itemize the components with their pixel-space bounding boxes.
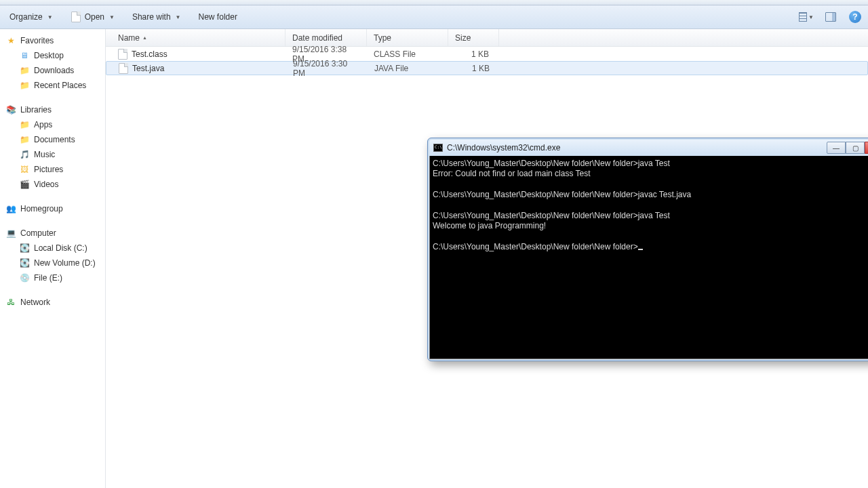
cmd-icon <box>433 144 443 152</box>
sidebar-item-music[interactable]: 🎵Music <box>5 147 105 162</box>
sidebar-item-videos[interactable]: 🎬Videos <box>5 177 105 192</box>
star-icon: ★ <box>5 35 16 46</box>
sidebar-item-downloads[interactable]: 📁Downloads <box>5 63 105 78</box>
console-line: C:\Users\Young_Master\Desktop\New folder… <box>433 211 670 220</box>
file-row[interactable]: Test.java 9/15/2016 3:30 PM JAVA File 1 … <box>106 61 868 75</box>
chevron-down-icon: ▼ <box>109 14 115 20</box>
videos-icon: 🎬 <box>19 179 30 190</box>
cmd-title: C:\Windows\system32\cmd.exe <box>447 143 823 152</box>
file-icon <box>118 49 127 60</box>
share-with-button[interactable]: Share with ▼ <box>128 10 185 24</box>
folder-icon: 📁 <box>19 119 30 130</box>
file-icon <box>119 63 128 74</box>
sidebar-item-file-e[interactable]: 💿File (E:) <box>5 270 105 285</box>
sidebar-item-local-disk-c[interactable]: 💽Local Disk (C:) <box>5 241 105 256</box>
sidebar-header-homegroup[interactable]: 👥Homegroup <box>5 201 105 216</box>
network-icon: 🖧 <box>5 297 16 308</box>
sort-asc-icon: ▲ <box>142 35 147 40</box>
libraries-icon: 📚 <box>5 104 16 115</box>
navigation-sidebar: ★Favorites 🖥Desktop 📁Downloads 📁Recent P… <box>0 29 106 488</box>
sidebar-item-pictures[interactable]: 🖼Pictures <box>5 162 105 177</box>
open-button[interactable]: Open ▼ <box>66 9 119 24</box>
sidebar-item-new-volume-d[interactable]: 💽New Volume (D:) <box>5 256 105 270</box>
console-line: C:\Users\Young_Master\Desktop\New folder… <box>433 159 670 168</box>
column-name[interactable]: Name▲ <box>106 29 285 46</box>
computer-icon: 💻 <box>5 228 16 239</box>
help-button[interactable]: ? <box>848 9 863 24</box>
folder-icon: 📁 <box>19 80 30 91</box>
address-bar[interactable] <box>0 0 868 5</box>
console-line: C:\Users\Young_Master\Desktop\New folder… <box>433 242 638 251</box>
preview-pane-icon <box>825 12 836 22</box>
chevron-down-icon: ▼ <box>47 14 53 20</box>
view-mode-button[interactable]: ▼ <box>799 9 814 24</box>
sidebar-header-network[interactable]: 🖧Network <box>5 295 105 310</box>
chevron-down-icon: ▼ <box>176 14 181 20</box>
explorer-toolbar: Organize ▼ Open ▼ Share with ▼ New folde… <box>0 5 868 29</box>
drive-icon: 💽 <box>19 243 30 253</box>
new-folder-button[interactable]: New folder <box>195 10 241 24</box>
column-type[interactable]: Type <box>367 29 448 46</box>
organize-label: Organize <box>9 12 43 22</box>
sidebar-header-favorites[interactable]: ★Favorites <box>5 33 105 48</box>
pictures-icon: 🖼 <box>19 164 30 175</box>
sidebar-item-desktop[interactable]: 🖥Desktop <box>5 48 105 63</box>
preview-pane-button[interactable] <box>823 9 838 24</box>
column-date-modified[interactable]: Date modified <box>285 29 367 46</box>
organize-button[interactable]: Organize ▼ <box>5 10 57 24</box>
cmd-window[interactable]: C:\Windows\system32\cmd.exe — ▢ ✕ C:\Use… <box>427 138 868 361</box>
file-row[interactable]: Test.class 9/15/2016 3:38 PM CLASS File … <box>106 47 868 61</box>
favorites-label: Favorites <box>20 36 54 45</box>
sidebar-header-computer[interactable]: 💻Computer <box>5 226 105 241</box>
minimize-button[interactable]: — <box>827 142 846 154</box>
sidebar-item-recent-places[interactable]: 📁Recent Places <box>5 78 105 93</box>
disc-icon: 💿 <box>19 272 30 283</box>
file-icon <box>71 12 81 22</box>
sidebar-item-apps[interactable]: 📁Apps <box>5 117 105 132</box>
sidebar-item-documents[interactable]: 📁Documents <box>5 132 105 147</box>
list-view-icon <box>799 12 807 22</box>
music-icon: 🎵 <box>19 149 30 160</box>
console-line: C:\Users\Young_Master\Desktop\New folder… <box>433 190 691 199</box>
column-headers: Name▲ Date modified Type Size <box>106 29 868 47</box>
help-icon: ? <box>849 11 861 23</box>
file-list-pane: Name▲ Date modified Type Size Test.class… <box>106 29 868 488</box>
chevron-down-icon: ▼ <box>808 14 814 20</box>
drive-icon: 💽 <box>19 258 30 268</box>
folder-icon: 📁 <box>19 134 30 145</box>
share-label: Share with <box>132 12 171 22</box>
console-line: Welcome to java Programming! <box>433 221 546 230</box>
sidebar-header-libraries[interactable]: 📚Libraries <box>5 102 105 117</box>
console-line: Error: Could not find or load main class… <box>433 169 591 178</box>
cmd-console[interactable]: C:\Users\Young_Master\Desktop\New folder… <box>429 156 868 359</box>
cmd-titlebar[interactable]: C:\Windows\system32\cmd.exe — ▢ ✕ <box>429 140 868 156</box>
close-button[interactable]: ✕ <box>865 142 868 154</box>
cursor-icon <box>638 249 643 250</box>
open-label: Open <box>85 12 104 22</box>
column-size[interactable]: Size <box>448 29 499 46</box>
homegroup-icon: 👥 <box>5 203 16 214</box>
maximize-button[interactable]: ▢ <box>846 142 865 154</box>
folder-icon: 📁 <box>19 65 30 76</box>
desktop-icon: 🖥 <box>19 50 30 61</box>
new-folder-label: New folder <box>199 12 237 22</box>
